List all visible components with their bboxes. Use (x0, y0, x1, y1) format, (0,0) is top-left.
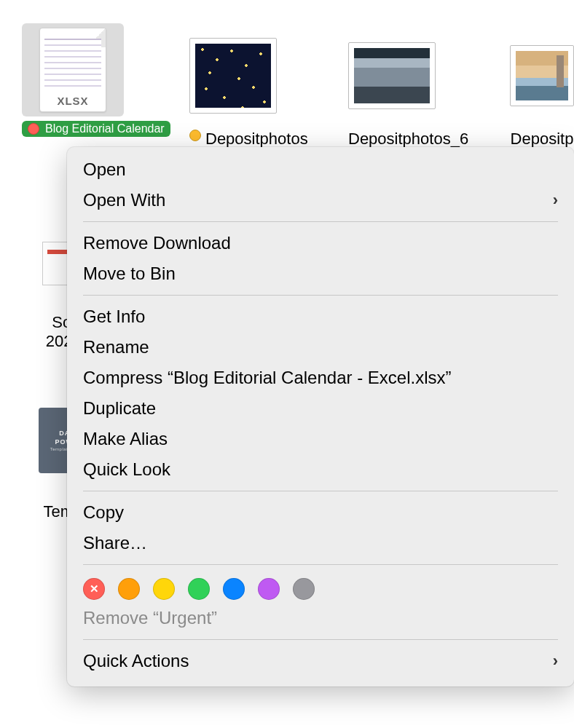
menu-duplicate[interactable]: Duplicate (67, 393, 574, 424)
file-label-text: Depositphotos (205, 130, 308, 149)
tag-purple[interactable] (258, 578, 280, 600)
file-thumbnail (510, 45, 574, 106)
file-depositphotos-1[interactable]: Depositphotos (189, 38, 308, 149)
file-thumbnail (189, 38, 277, 114)
menu-remove-tag[interactable]: Remove “Urgent” (67, 603, 574, 633)
file-thumbnail: XLSX (22, 23, 124, 116)
chevron-right-icon: › (553, 652, 558, 670)
chevron-right-icon: › (553, 191, 558, 210)
context-menu: Open Open With › Remove Download Move to… (67, 147, 574, 687)
menu-share[interactable]: Share… (67, 528, 574, 558)
file-thumbnail (348, 42, 436, 109)
finder-tag-dot-yellow (189, 130, 201, 141)
menu-separator (83, 564, 558, 565)
file-label-text: Blog Editorial Calendar (45, 122, 165, 135)
menu-make-alias[interactable]: Make Alias (67, 424, 574, 454)
tag-green[interactable] (188, 578, 210, 600)
tag-orange[interactable] (118, 578, 140, 600)
tag-red-remove[interactable] (83, 578, 105, 600)
menu-open-with[interactable]: Open With › (67, 185, 574, 215)
menu-separator (83, 221, 558, 222)
tag-yellow[interactable] (153, 578, 175, 600)
menu-separator (83, 295, 558, 296)
menu-quick-look[interactable]: Quick Look (67, 454, 574, 485)
menu-separator (83, 491, 558, 491)
xlsx-icon: XLSX (39, 28, 106, 112)
file-depositphotos-2[interactable]: Depositphotos_6 (348, 42, 468, 149)
menu-copy[interactable]: Copy (67, 497, 574, 528)
menu-rename[interactable]: Rename (67, 332, 574, 363)
finder-tag-dot-red (28, 123, 39, 135)
file-label-selected: Blog Editorial Calendar (22, 121, 170, 137)
menu-quick-actions[interactable]: Quick Actions › (67, 646, 574, 676)
finder-tag-picker (67, 571, 574, 603)
file-type-badge: XLSX (57, 95, 88, 107)
tag-blue[interactable] (223, 578, 245, 600)
menu-compress[interactable]: Compress “Blog Editorial Calendar - Exce… (67, 363, 574, 393)
tag-gray[interactable] (293, 578, 315, 600)
menu-remove-download[interactable]: Remove Download (67, 228, 574, 258)
menu-separator (83, 639, 558, 640)
file-blog-editorial[interactable]: XLSX Blog Editorial Calendar (22, 23, 170, 137)
menu-get-info[interactable]: Get Info (67, 301, 574, 332)
menu-open[interactable]: Open (67, 154, 574, 185)
file-label-text: Depositphotos_6 (348, 130, 468, 149)
menu-move-to-bin[interactable]: Move to Bin (67, 258, 574, 289)
